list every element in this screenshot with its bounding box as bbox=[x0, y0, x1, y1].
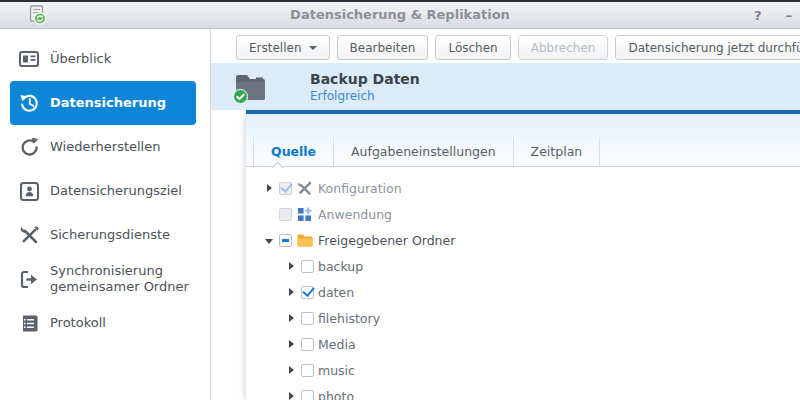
tree-row-photo[interactable]: photo bbox=[246, 383, 800, 400]
button-label: Abbrechen bbox=[531, 41, 596, 55]
sidebar: ÜberblickDatensicherungWiederherstellenD… bbox=[0, 29, 211, 400]
bearbeiten-button[interactable]: Bearbeiten bbox=[337, 35, 429, 60]
expand-arrow-icon[interactable] bbox=[284, 340, 298, 348]
backup-task-row[interactable]: Backup Daten Erfolgreich bbox=[211, 63, 800, 110]
checkbox-photo[interactable] bbox=[301, 390, 314, 400]
tree-item-label: photo bbox=[318, 389, 354, 400]
button-label: Löschen bbox=[448, 41, 497, 55]
tree-row-filehistory[interactable]: filehistory bbox=[246, 305, 800, 331]
erstellen-button[interactable]: Erstellen bbox=[236, 35, 330, 60]
task-status: Erfolgreich bbox=[310, 89, 420, 103]
overview-icon bbox=[18, 48, 40, 70]
tab-header: QuelleAufgabeneinstellungenZeitplan bbox=[246, 114, 800, 167]
checkbox-music[interactable] bbox=[301, 364, 314, 377]
backup-folder-icon bbox=[235, 73, 266, 101]
restore-icon bbox=[18, 136, 40, 158]
abbrechen-button: Abbrechen bbox=[518, 35, 609, 60]
sidebar-item-synchronisierung[interactable]: Synchronisierung gemeinsamer Ordner bbox=[10, 257, 196, 301]
log-icon bbox=[18, 312, 40, 334]
expand-arrow-icon[interactable] bbox=[262, 237, 276, 244]
tree-row-daten[interactable]: daten bbox=[246, 279, 800, 305]
tab-quelle[interactable]: Quelle bbox=[253, 137, 333, 166]
sidebar-item-berblick[interactable]: Überblick bbox=[10, 37, 196, 81]
backup-clock-icon bbox=[18, 92, 40, 114]
datensicherung-jetzt-durchf-hren-button[interactable]: Datensicherung jetzt durchführen bbox=[615, 35, 800, 60]
checkbox-freigegebener-ordner[interactable] bbox=[279, 234, 292, 247]
l-schen-button[interactable]: Löschen bbox=[435, 35, 510, 60]
sidebar-item-label: Datensicherung bbox=[50, 95, 166, 111]
tree-item-label: backup bbox=[318, 259, 363, 274]
tree-row-media[interactable]: Media bbox=[246, 331, 800, 357]
services-tools-icon bbox=[18, 224, 40, 246]
sidebar-item-wiederherstellen[interactable]: Wiederherstellen bbox=[10, 125, 196, 169]
expand-arrow-icon[interactable] bbox=[284, 392, 298, 400]
sidebar-item-sicherungsdienste[interactable]: Sicherungsdienste bbox=[10, 213, 196, 257]
sidebar-item-label: Datensicherungsziel bbox=[50, 183, 182, 199]
sidebar-item-label: Sicherungsdienste bbox=[50, 227, 170, 243]
tree-item-label: Freigegebener Ordner bbox=[318, 233, 455, 248]
tree-row-backup[interactable]: backup bbox=[246, 253, 800, 279]
tree-row-konfiguration[interactable]: Konfiguration bbox=[246, 175, 800, 201]
button-label: Datensicherung jetzt durchführen bbox=[628, 41, 800, 55]
tree-item-label: Media bbox=[318, 337, 356, 352]
checkbox-daten[interactable] bbox=[301, 286, 314, 299]
backup-target-icon bbox=[18, 180, 40, 202]
tab-aufgabeneinstellungen[interactable]: Aufgabeneinstellungen bbox=[333, 137, 513, 166]
success-check-badge-icon bbox=[233, 89, 248, 104]
button-label: Bearbeiten bbox=[350, 41, 416, 55]
tree-row-music[interactable]: music bbox=[246, 357, 800, 383]
sidebar-item-label: Protokoll bbox=[50, 315, 106, 331]
button-label: Erstellen bbox=[249, 41, 302, 55]
sidebar-item-label: Synchronisierung gemeinsamer Ordner bbox=[50, 263, 190, 294]
checkbox-konfiguration bbox=[279, 182, 292, 195]
sidebar-item-protokoll[interactable]: Protokoll bbox=[10, 301, 196, 345]
checkbox-anwendung bbox=[279, 208, 292, 221]
checkbox-backup[interactable] bbox=[301, 260, 314, 273]
tree-item-label: daten bbox=[318, 285, 354, 300]
tree-item-label: filehistory bbox=[318, 311, 380, 326]
main-content: ErstellenBearbeitenLöschenAbbrechenDaten… bbox=[211, 29, 800, 400]
tab-zeitplan[interactable]: Zeitplan bbox=[513, 137, 601, 166]
minimize-icon[interactable]: – bbox=[786, 8, 793, 23]
expand-arrow-icon[interactable] bbox=[284, 314, 298, 322]
app-window: Datensicherung & Replikation ? – Überbli… bbox=[0, 0, 800, 400]
sidebar-item-label: Überblick bbox=[50, 51, 111, 67]
toolbar: ErstellenBearbeitenLöschenAbbrechenDaten… bbox=[211, 29, 800, 63]
shared-folder-sync-icon bbox=[18, 268, 40, 290]
tree-item-label: Konfiguration bbox=[318, 181, 402, 196]
titlebar[interactable]: Datensicherung & Replikation ? – bbox=[0, 2, 800, 29]
task-detail-panel: QuelleAufgabeneinstellungenZeitplan Konf… bbox=[246, 110, 800, 400]
sidebar-item-datensicherungsziel[interactable]: Datensicherungsziel bbox=[10, 169, 196, 213]
apps-icon bbox=[297, 207, 314, 222]
checkbox-filehistory[interactable] bbox=[301, 312, 314, 325]
tree-item-label: music bbox=[318, 363, 355, 378]
tree-row-anwendung[interactable]: Anwendung bbox=[246, 201, 800, 227]
expand-arrow-icon[interactable] bbox=[284, 262, 298, 270]
checkbox-media[interactable] bbox=[301, 338, 314, 351]
task-title: Backup Daten bbox=[310, 71, 420, 87]
tab-bar: QuelleAufgabeneinstellungenZeitplan bbox=[246, 137, 800, 167]
window-title: Datensicherung & Replikation bbox=[0, 2, 800, 28]
expand-arrow-icon[interactable] bbox=[284, 366, 298, 374]
expand-arrow-icon[interactable] bbox=[262, 184, 276, 192]
expand-arrow-icon[interactable] bbox=[284, 288, 298, 296]
sidebar-item-label: Wiederherstellen bbox=[50, 139, 160, 155]
sidebar-item-datensicherung[interactable]: Datensicherung bbox=[10, 81, 196, 125]
help-icon[interactable]: ? bbox=[754, 8, 762, 23]
dropdown-caret-icon bbox=[309, 46, 317, 50]
tree-row-freigegebener-ordner[interactable]: Freigegebener Ordner bbox=[246, 227, 800, 253]
tools-icon bbox=[297, 181, 314, 196]
folder-icon bbox=[297, 233, 314, 248]
active-tab-notch bbox=[270, 161, 284, 168]
source-tree: KonfigurationAnwendungFreigegebener Ordn… bbox=[246, 167, 800, 400]
tree-item-label: Anwendung bbox=[318, 207, 392, 222]
